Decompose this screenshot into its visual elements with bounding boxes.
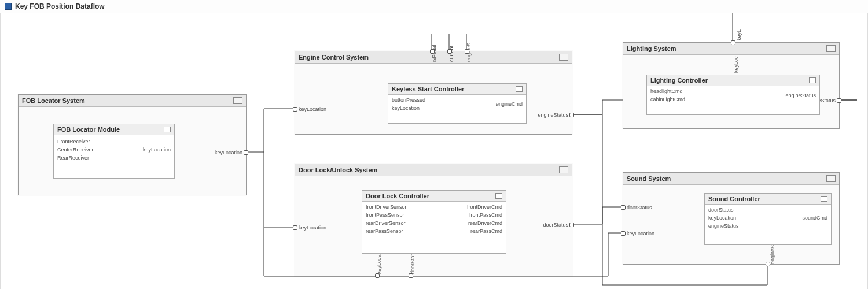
port-marker bbox=[569, 113, 574, 117]
package-icon bbox=[233, 97, 242, 104]
inputs-list: FrontReceiver CenterReceiver RearReceive… bbox=[54, 138, 97, 162]
inner-title: FOB Locator Module bbox=[57, 126, 120, 133]
fob-locator-system[interactable]: FOB Locator System FOB Locator Module Fr… bbox=[18, 94, 247, 195]
port: keyLocation bbox=[627, 231, 654, 236]
outputs-list: frontDriverCmd frontPassCmd rearDriverCm… bbox=[464, 203, 506, 235]
block-header: FOB Locator System bbox=[19, 95, 246, 107]
system-output-port: keyLocation bbox=[215, 150, 242, 155]
port: keyLocation bbox=[705, 214, 742, 222]
port-marker bbox=[409, 273, 413, 278]
port: frontPassSensor bbox=[362, 211, 410, 219]
package-icon bbox=[826, 175, 836, 182]
port: doorStatus bbox=[543, 222, 568, 228]
port: buttonPressed bbox=[388, 96, 429, 104]
outputs-list: soundCmd bbox=[799, 214, 831, 222]
block-title: Engine Control System bbox=[299, 54, 369, 61]
engine-control-system[interactable]: Engine Control System keyLocation engine… bbox=[295, 51, 572, 135]
block-title: Sound System bbox=[627, 175, 671, 182]
port: soundCmd bbox=[799, 214, 831, 222]
title-bar: Key FOB Position Dataflow bbox=[0, 0, 868, 13]
port: rearPassSensor bbox=[362, 227, 410, 235]
diagram-title: Key FOB Position Dataflow bbox=[15, 2, 105, 10]
port-marker bbox=[766, 262, 770, 266]
port-marker bbox=[731, 40, 735, 45]
port-marker bbox=[244, 150, 248, 155]
package-icon bbox=[826, 45, 836, 52]
port: frontDriverCmd bbox=[464, 203, 506, 211]
port-marker bbox=[447, 49, 452, 54]
port: FrontReceiver bbox=[54, 138, 97, 146]
port: engineStatus bbox=[782, 91, 819, 99]
sound-system[interactable]: Sound System doorStatus keyLocation engi… bbox=[623, 172, 840, 265]
port-marker bbox=[837, 98, 841, 103]
port-marker bbox=[293, 225, 297, 230]
outputs-list: engineCmd bbox=[492, 100, 526, 108]
port: keyLocation bbox=[388, 104, 429, 112]
port: rearPassCmd bbox=[464, 227, 506, 235]
inputs-list: doorStatus keyLocation engineStatus bbox=[705, 206, 742, 230]
port: keyLocation bbox=[299, 225, 326, 231]
note-icon bbox=[495, 193, 502, 199]
package-icon bbox=[559, 166, 568, 173]
lighting-controller[interactable]: Lighting Controller headlightCmd cabinLi… bbox=[646, 75, 820, 115]
outputs-list: engineStatus bbox=[782, 91, 819, 99]
port: cabinLightCmd bbox=[647, 95, 689, 103]
port: engineStatus bbox=[538, 112, 568, 118]
diagram-icon bbox=[5, 3, 12, 10]
block-title: Door Lock/Unlock System bbox=[299, 166, 377, 173]
door-lock-system[interactable]: Door Lock/Unlock System keyLocation door… bbox=[295, 164, 572, 276]
block-title: FOB Locator System bbox=[22, 97, 85, 104]
inner-title: Door Lock Controller bbox=[366, 192, 429, 199]
note-icon bbox=[164, 127, 171, 132]
port: engineStatus bbox=[705, 222, 742, 230]
port: keyLocation bbox=[139, 146, 174, 154]
port-marker bbox=[465, 49, 469, 54]
port-marker bbox=[375, 273, 380, 278]
port-marker bbox=[293, 107, 297, 112]
inner-header: FOB Locator Module bbox=[54, 124, 174, 135]
port-marker bbox=[621, 231, 626, 236]
port: doorStatus bbox=[705, 206, 742, 214]
block-header: Door Lock/Unlock System bbox=[295, 164, 572, 176]
inner-title: Lighting Controller bbox=[650, 77, 708, 84]
port: doorStatus bbox=[627, 205, 652, 210]
package-icon bbox=[559, 54, 568, 61]
diagram-canvas[interactable]: FOB Locator System FOB Locator Module Fr… bbox=[0, 13, 868, 289]
port: engineCmd bbox=[492, 100, 526, 108]
port: keyL bbox=[736, 29, 742, 40]
port-marker bbox=[569, 223, 574, 227]
port: frontPassCmd bbox=[464, 211, 506, 219]
inputs-list: headlightCmd cabinLightCmd bbox=[647, 87, 689, 103]
inner-header: Sound Controller bbox=[705, 194, 831, 205]
inputs-list: buttonPressed keyLocation bbox=[388, 96, 429, 112]
inner-header: Door Lock Controller bbox=[362, 191, 506, 202]
inputs-list: frontDriverSensor frontPassSensor rearDr… bbox=[362, 203, 410, 235]
port: rearDriverCmd bbox=[464, 219, 506, 227]
inner-title: Keyless Start Controller bbox=[392, 86, 464, 92]
note-icon bbox=[516, 86, 523, 92]
port-marker bbox=[621, 205, 626, 210]
lighting-system[interactable]: Lighting System keyL keyLoc engineStatus… bbox=[623, 42, 840, 129]
outputs-list: keyLocation bbox=[139, 146, 174, 154]
block-title: Lighting System bbox=[627, 45, 676, 52]
port: keyLocation bbox=[299, 106, 326, 112]
port: frontDriverSensor bbox=[362, 203, 410, 211]
door-lock-controller[interactable]: Door Lock Controller frontDriverSensor f… bbox=[362, 190, 506, 254]
block-header: Sound System bbox=[623, 173, 839, 185]
fob-locator-module[interactable]: FOB Locator Module FrontReceiver CenterR… bbox=[53, 124, 175, 179]
inner-title: Sound Controller bbox=[708, 195, 760, 202]
port: RearReceiver bbox=[54, 154, 97, 162]
inner-header: Lighting Controller bbox=[647, 75, 819, 86]
port: keyLoc bbox=[733, 56, 739, 73]
keyless-start-controller[interactable]: Keyless Start Controller buttonPressed k… bbox=[388, 83, 527, 124]
port: CenterReceiver bbox=[54, 146, 97, 154]
sound-controller[interactable]: Sound Controller doorStatus keyLocation … bbox=[704, 193, 832, 245]
port: rearDriverSensor bbox=[362, 219, 410, 227]
port: headlightCmd bbox=[647, 87, 689, 95]
note-icon bbox=[809, 77, 816, 83]
port-marker bbox=[430, 49, 435, 54]
inner-header: Keyless Start Controller bbox=[388, 84, 526, 95]
note-icon bbox=[821, 196, 827, 202]
